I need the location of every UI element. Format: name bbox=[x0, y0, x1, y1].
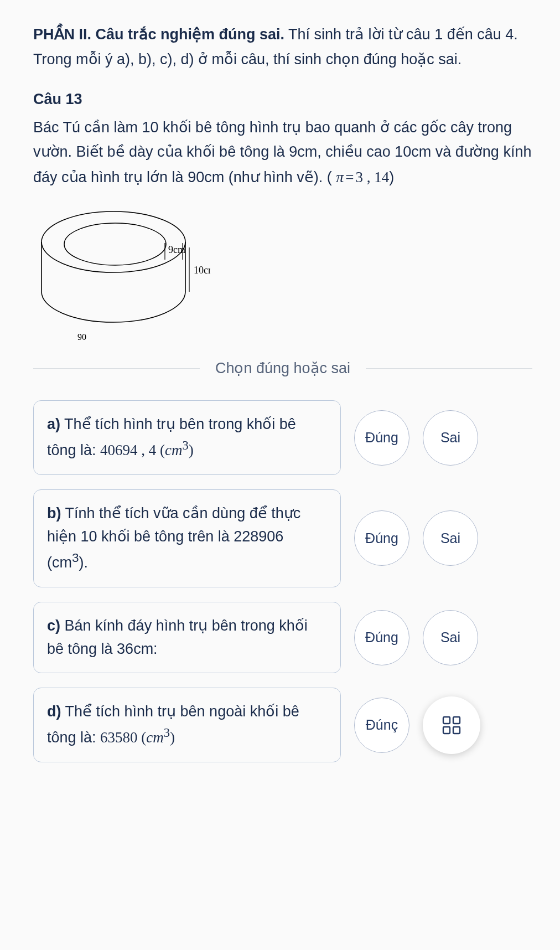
question-body-pre: Bác Tú cần làm 10 khối bê tông hình trụ … bbox=[33, 119, 531, 185]
option-b-box: b) Tính thể tích vữa cần dùng để thực hi… bbox=[33, 489, 341, 587]
option-a-value: 40694 , 4 bbox=[100, 442, 160, 458]
option-c-text: Bán kính đáy hình trụ bên trong khối bê … bbox=[47, 617, 308, 657]
choose-label: Chọn đúng hoặc sai bbox=[215, 356, 350, 381]
section-header: PHẦN II. Câu trắc nghiệm đúng sai. Thí s… bbox=[33, 22, 532, 71]
option-b-row: b) Tính thể tích vữa cần dùng để thực hi… bbox=[33, 489, 532, 587]
question-body-post: ) bbox=[389, 169, 394, 185]
option-c-row: c) Bán kính đáy hình trụ bên trong khối … bbox=[33, 602, 532, 674]
figure-height-label: 10cm bbox=[194, 265, 210, 276]
question-body: Bác Tú cần làm 10 khối bê tông hình trụ … bbox=[33, 115, 532, 190]
svg-rect-10 bbox=[453, 727, 460, 734]
option-a-dung-button[interactable]: Đúng bbox=[354, 410, 409, 466]
cylinder-figure: 9cm 10cm 90 bbox=[33, 199, 532, 343]
figure-diameter-label: 90 bbox=[77, 332, 86, 342]
figure-thickness-label: 9cm bbox=[168, 244, 185, 255]
option-d-box: d) Thể tích hình trụ bên ngoài khối bê t… bbox=[33, 688, 341, 762]
grid-fab-button[interactable] bbox=[423, 696, 480, 754]
grid-icon bbox=[441, 715, 462, 736]
svg-rect-7 bbox=[443, 717, 450, 724]
option-a-label: a) bbox=[47, 416, 60, 432]
option-c-dung-button[interactable]: Đúng bbox=[354, 610, 409, 665]
cylinder-svg: 9cm 10cm 90 bbox=[33, 199, 210, 343]
option-c-sai-button[interactable]: Sai bbox=[423, 610, 478, 665]
option-c-label: c) bbox=[47, 617, 60, 634]
svg-point-0 bbox=[42, 211, 185, 272]
svg-rect-9 bbox=[443, 727, 450, 734]
divider-line-left bbox=[33, 368, 200, 369]
divider-line-right bbox=[366, 368, 532, 369]
choose-divider: Chọn đúng hoặc sai bbox=[33, 356, 532, 381]
option-b-dung-button[interactable]: Đúng bbox=[354, 510, 409, 566]
option-d-label: d) bbox=[47, 703, 61, 720]
question-label: Câu 13 bbox=[33, 87, 532, 112]
option-b-sai-button[interactable]: Sai bbox=[423, 510, 478, 566]
option-b-sup: 3 bbox=[72, 551, 79, 565]
section-header-bold: PHẦN II. Câu trắc nghiệm đúng sai. bbox=[33, 26, 284, 43]
svg-point-1 bbox=[64, 223, 166, 265]
options-list: a) Thể tích hình trụ bên trong khối bê t… bbox=[33, 400, 532, 762]
option-a-row: a) Thể tích hình trụ bên trong khối bê t… bbox=[33, 400, 532, 475]
option-a-unit: (cm3) bbox=[160, 442, 194, 458]
svg-rect-8 bbox=[453, 717, 460, 724]
option-a-sai-button[interactable]: Sai bbox=[423, 410, 478, 466]
option-b-label: b) bbox=[47, 505, 61, 522]
pi-expression: π = 3 , 14 bbox=[336, 164, 389, 190]
option-c-box: c) Bán kính đáy hình trụ bên trong khối … bbox=[33, 602, 341, 674]
option-d-dung-button[interactable]: Đúnç bbox=[354, 698, 409, 753]
option-b-text-post: ). bbox=[79, 554, 89, 571]
option-d-unit: (cm3) bbox=[141, 729, 175, 746]
option-d-value: 63580 bbox=[100, 729, 141, 746]
option-d-row: d) Thể tích hình trụ bên ngoài khối bê t… bbox=[33, 688, 532, 762]
option-a-box: a) Thể tích hình trụ bên trong khối bê t… bbox=[33, 400, 341, 475]
